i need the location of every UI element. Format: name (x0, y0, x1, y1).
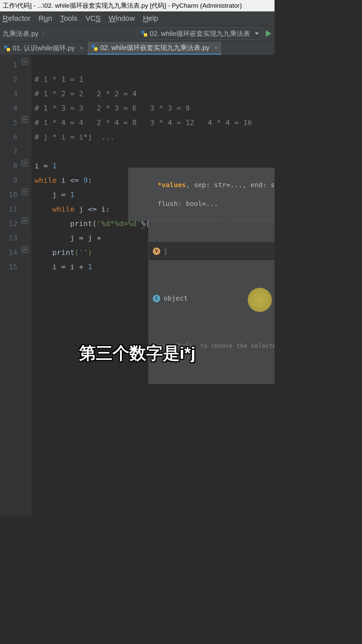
breadcrumb[interactable]: 九乘法表.py 〉 (0, 29, 52, 38)
menu-help[interactable]: Help (143, 14, 158, 23)
fold-gutter: − ⌐ − − ⌐ ⌐ (21, 55, 31, 517)
line-number-gutter: 123 456 789 101112 131415 (0, 55, 21, 517)
code-line: # 1 * 1 = 1 (35, 75, 83, 84)
code-line: j = 1 (35, 191, 74, 199)
editor-tabs: 01. 认识while循环.py × 02. while循环嵌套实现九九乘法表.… (0, 42, 275, 55)
parameter-info-popup: *values, sep: str=..., end: str=..., fil… (128, 168, 275, 221)
menu-refactor[interactable]: Refactor (3, 14, 31, 23)
code-line: # 1 * 3 = 3 2 * 3 = 6 3 * 3 = 9 (35, 104, 190, 112)
code-line: # 1 * 2 = 2 2 * 2 = 4 (35, 90, 137, 98)
completion-item[interactable]: V j (149, 242, 275, 260)
fold-toggle-icon[interactable]: − (21, 58, 28, 65)
video-caption: 第三个数字是i*j (0, 342, 275, 365)
cursor-highlight-icon (248, 288, 272, 312)
python-icon (141, 31, 147, 37)
code-line: i = 1 (35, 162, 57, 170)
code-line: i = i + 1 (35, 263, 92, 271)
close-icon[interactable]: × (214, 44, 218, 51)
fold-toggle-icon[interactable]: − (21, 189, 28, 195)
chevron-down-icon (255, 33, 259, 35)
tab-label: 02. while循环嵌套实现九九乘法表.py (100, 43, 209, 52)
navigation-bar: 九乘法表.py 〉 02. while循环嵌套实现九九乘法表 (0, 25, 275, 42)
window-titlebar: 工作\代码] - ...\02. while循环嵌套实现九九乘法表.py [代码… (0, 0, 275, 11)
menu-tools[interactable]: Tools (60, 14, 77, 23)
fold-toggle-icon[interactable]: ⌐ (21, 116, 28, 123)
menu-vcs[interactable]: VCS (85, 14, 101, 23)
python-icon (4, 45, 10, 51)
run-button[interactable] (266, 30, 271, 37)
completion-label: object (164, 291, 188, 306)
main-menubar: Refactor Run Tools VCS Window Help (0, 11, 275, 25)
code-line: while i <= 9: (35, 176, 92, 184)
breadcrumb-file: 九乘法表.py (3, 30, 39, 37)
code-area[interactable]: # 1 * 1 = 1 # 1 * 2 = 2 2 * 2 = 4 # 1 * … (31, 55, 275, 517)
menu-window[interactable]: Window (109, 14, 135, 23)
variable-icon: V (153, 248, 160, 255)
tab-label: 01. 认识while循环.py (13, 44, 75, 53)
python-icon (92, 45, 98, 51)
completion-label: j (164, 244, 168, 258)
run-configuration-selector[interactable]: 02. while循环嵌套实现九九乘法表 (137, 28, 262, 40)
code-line: while j <= i: (35, 205, 110, 213)
run-config-label: 02. while循环嵌套实现九九乘法表 (150, 29, 250, 38)
fold-toggle-icon[interactable]: ⌐ (21, 217, 28, 224)
tab-file-2[interactable]: 02. while循环嵌套实现九九乘法表.py × (87, 42, 222, 55)
code-line: # j * i = i*j ... (35, 133, 114, 141)
fold-toggle-icon[interactable]: ⌐ (21, 246, 28, 253)
tab-file-1[interactable]: 01. 认识while循环.py × (0, 42, 87, 55)
class-icon: C (153, 295, 160, 302)
close-icon[interactable]: × (80, 45, 83, 52)
code-line: # 1 * 4 = 4 2 * 4 = 8 3 * 4 = 12 4 * 4 =… (35, 118, 252, 127)
menu-run[interactable]: Run (39, 14, 52, 23)
fold-toggle-icon[interactable]: − (21, 160, 28, 166)
code-editor[interactable]: 123 456 789 101112 131415 − ⌐ − − ⌐ ⌐ # … (0, 55, 275, 517)
code-line: j = j + (35, 234, 106, 242)
chevron-right-icon: 〉 (42, 30, 48, 37)
code-line: print('') (35, 248, 92, 257)
